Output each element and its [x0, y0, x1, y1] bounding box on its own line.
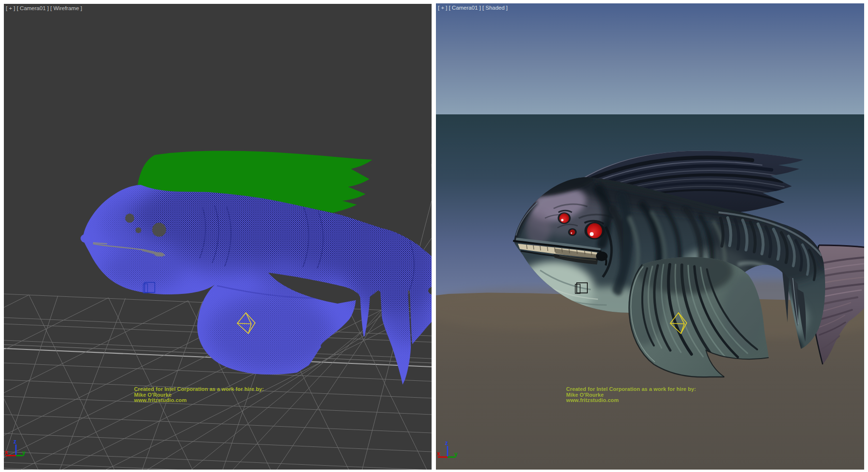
svg-text:www.fritzstudio.com: www.fritzstudio.com — [566, 397, 619, 403]
svg-text:Created for Intel Corporation: Created for Intel Corporation as a work … — [134, 386, 264, 392]
svg-text:z: z — [14, 438, 16, 445]
svg-text:y: y — [22, 449, 26, 456]
svg-text:y: y — [454, 451, 458, 458]
svg-text:x: x — [437, 450, 440, 457]
svg-text:Created for Intel Corporation: Created for Intel Corporation as a work … — [566, 386, 696, 392]
svg-text:www.fritzstudio.com: www.fritzstudio.com — [134, 397, 187, 403]
svg-text:x: x — [5, 449, 8, 456]
svg-text:z: z — [445, 440, 448, 446]
